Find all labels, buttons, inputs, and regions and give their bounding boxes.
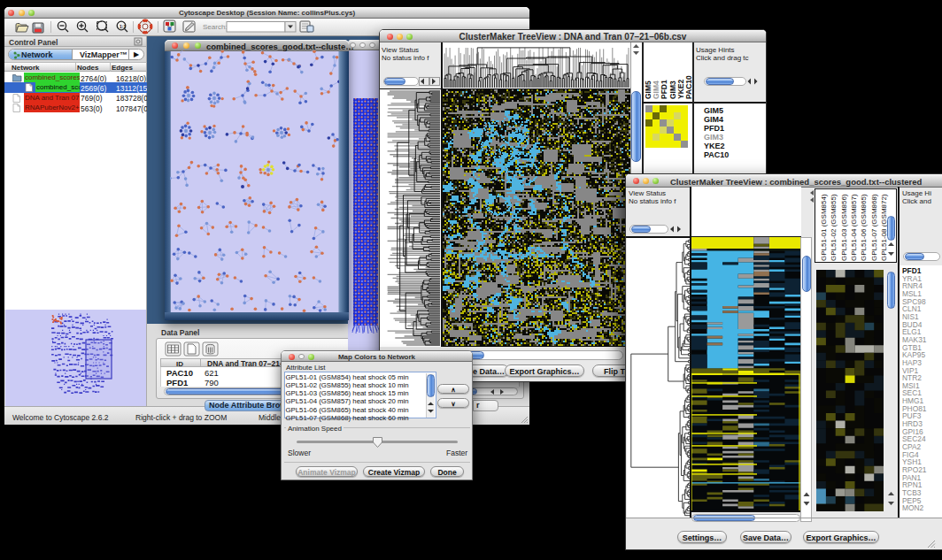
svg-text:GPL51-02 (GSM855): GPL51-02 (GSM855) <box>830 194 838 261</box>
svg-text:PAC10: PAC10 <box>684 75 692 99</box>
svg-text:MON2: MON2 <box>902 503 924 512</box>
svg-text:GPL51-01 (GSM854): GPL51-01 (GSM854) <box>820 194 828 261</box>
svg-text:GPL51-03 (GSM856): GPL51-03 (GSM856) <box>840 194 848 261</box>
svg-text:GPL51-04 (GSM857): GPL51-04 (GSM857) <box>850 194 858 261</box>
svg-text:GPL51-06 (GSM865): GPL51-06 (GSM865) <box>860 194 868 261</box>
svg-text:GPL51-07 (GSM868): GPL51-07 (GSM868) <box>870 194 878 261</box>
svg-text:Search:: Search: <box>203 23 228 31</box>
